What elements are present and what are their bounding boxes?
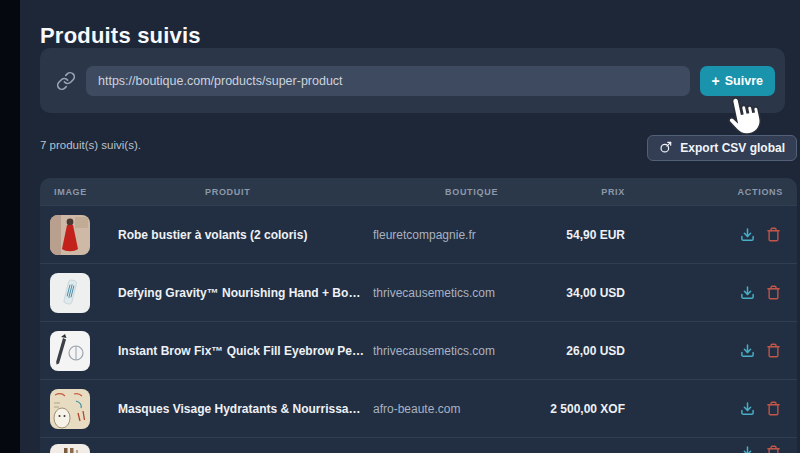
table-row: Robe bustier à volants (2 coloris) fleur… [40, 205, 797, 263]
table-row: Defying Gravity™ Nourishing Hand + Body … [40, 263, 797, 321]
main-content: Produits suivis + Suivre 7 produit(s) su… [20, 0, 800, 453]
product-price: 26,00 USD [503, 344, 625, 358]
plus-icon: + [712, 74, 720, 88]
trash-icon[interactable] [766, 227, 781, 242]
export-csv-label: Export CSV global [680, 141, 785, 155]
follow-button[interactable]: + Suivre [700, 66, 775, 96]
product-name: Robe bustier à volants (2 coloris) [118, 228, 373, 242]
tracked-count-text: 7 produit(s) suivi(s). [40, 139, 141, 151]
product-thumbnail [50, 331, 90, 371]
download-icon[interactable] [740, 227, 755, 242]
product-price: 34,00 USD [503, 286, 625, 300]
page-title: Produits suivis [40, 23, 201, 49]
product-thumbnail [50, 215, 90, 255]
add-product-card: + Suivre [40, 48, 785, 113]
product-shop: thrivecausemetics.com [373, 344, 503, 358]
column-header-image: IMAGE [40, 187, 118, 197]
download-icon[interactable] [740, 445, 755, 453]
table-row: Masques Visage Hydratants & Nourrissants… [40, 379, 797, 437]
product-name: Instant Brow Fix™ Quick Fill Eyebrow Pen… [118, 344, 373, 358]
download-icon[interactable] [740, 285, 755, 300]
download-icon[interactable] [740, 343, 755, 358]
trash-icon[interactable] [766, 445, 781, 453]
product-shop: thrivecausemetics.com [373, 286, 503, 300]
export-csv-icon [659, 140, 673, 157]
product-thumbnail [50, 444, 90, 453]
product-url-input[interactable] [86, 66, 690, 96]
product-shop: fleuretcompagnie.fr [373, 228, 503, 242]
download-icon[interactable] [740, 401, 755, 416]
product-thumbnail [50, 389, 90, 429]
table-row [40, 437, 797, 453]
product-shop: afro-beaute.com [373, 402, 503, 416]
table-header-row: IMAGE PRODUIT BOUTIQUE PRIX ACTIONS [40, 178, 797, 205]
trash-icon[interactable] [766, 285, 781, 300]
column-header-price: PRIX [503, 187, 625, 197]
table-row: Instant Brow Fix™ Quick Fill Eyebrow Pen… [40, 321, 797, 379]
link-icon [56, 71, 76, 91]
product-thumbnail [50, 273, 90, 313]
trash-icon[interactable] [766, 401, 781, 416]
export-csv-button[interactable]: Export CSV global [647, 135, 797, 161]
trash-icon[interactable] [766, 343, 781, 358]
follow-button-label: Suivre [725, 74, 763, 88]
column-header-actions: ACTIONS [625, 187, 797, 197]
product-price: 2 500,00 XOF [503, 402, 625, 416]
tracked-products-table: IMAGE PRODUIT BOUTIQUE PRIX ACTIONS Robe… [40, 178, 797, 453]
column-header-product: PRODUIT [118, 187, 373, 197]
product-name: Masques Visage Hydratants & Nourrissants [118, 402, 373, 416]
column-header-shop: BOUTIQUE [373, 187, 503, 197]
product-price: 54,90 EUR [503, 228, 625, 242]
product-name: Defying Gravity™ Nourishing Hand + Body … [118, 286, 373, 300]
